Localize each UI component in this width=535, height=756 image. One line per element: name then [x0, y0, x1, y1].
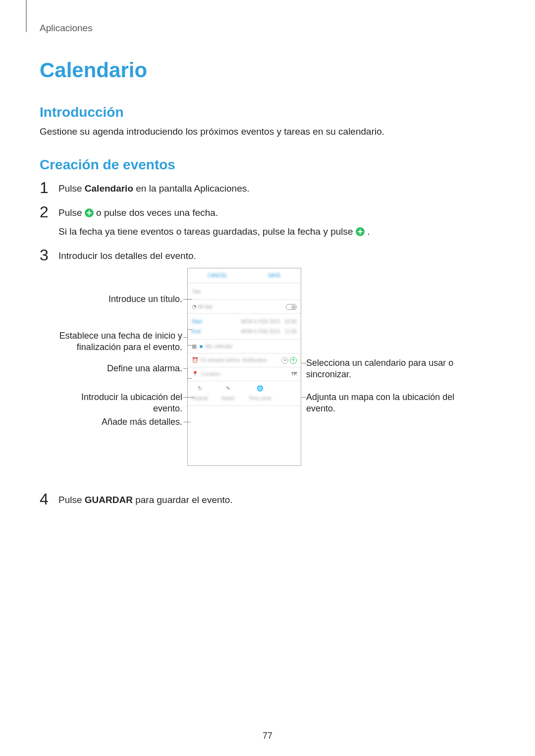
step3-text: Introducir los detalles del evento.	[58, 249, 509, 263]
step2-line1-pre: Pulse	[58, 207, 85, 218]
label-details: Añade más detalles.	[54, 416, 182, 428]
step-number: 2	[40, 204, 56, 220]
step2-line2-post: .	[367, 226, 370, 237]
phone-calendar-row: ▦ My calendar	[188, 340, 301, 353]
save-blur: SAVE	[268, 272, 281, 279]
section-intro-heading: Introducción	[40, 104, 495, 120]
phone-topbar: CANCEL SAVE	[188, 268, 301, 283]
leader-line	[187, 329, 192, 330]
step-2: 2 Pulse o pulse dos veces una fecha. Si …	[40, 206, 495, 239]
breadcrumb: Aplicaciones	[40, 23, 495, 34]
dot-icon	[200, 345, 203, 348]
step4-bold: GUARDAR	[85, 495, 133, 505]
intro-text: Gestione su agenda introduciendo los pró…	[40, 126, 495, 137]
leader-line	[187, 368, 188, 378]
leader-line	[301, 397, 306, 398]
step-number: 1	[40, 180, 56, 196]
minus-icon: −	[281, 357, 288, 364]
step1-bold: Calendario	[85, 183, 133, 194]
leader-line	[183, 422, 191, 422]
leader-line	[183, 368, 187, 369]
phone-mock: CANCEL SAVE Title ◔ All day StartMON 6 F…	[187, 268, 301, 466]
page-number: 77	[0, 731, 535, 741]
label-alarm: Define una alarma.	[54, 363, 182, 374]
map-icon: 🗺	[291, 370, 297, 378]
leader-line	[183, 299, 192, 300]
step2-line1-post: o pulse dos veces una fecha.	[96, 207, 218, 218]
leader-line	[301, 363, 306, 363]
section-create-heading: Creación de eventos	[40, 157, 495, 173]
plus-icon	[85, 208, 94, 217]
step-1: 1 Pulse Calendario en la pantalla Aplica…	[40, 182, 495, 196]
phone-title-row: Title	[188, 283, 301, 300]
label-title-input: Introduce un título.	[54, 294, 182, 305]
title-blur: Title	[192, 289, 201, 295]
step-3: 3 Introducir los detalles del evento. CA…	[40, 249, 495, 484]
step1-suffix: en la pantalla Aplicaciones.	[133, 183, 250, 194]
clock-icon: ◔	[192, 303, 197, 309]
step-number: 3	[40, 247, 56, 263]
step4-suffix: para guardar el evento.	[133, 495, 233, 505]
step-4: 4 Pulse GUARDAR para guardar el evento.	[40, 493, 495, 507]
repeat-icon: ↻	[198, 384, 202, 393]
leader-line	[187, 329, 188, 345]
phone-alarm-row: ⏰ 15 minutes before, Notification − +	[188, 353, 301, 367]
phone-allday-row: ◔ All day	[188, 300, 301, 314]
plus-icon	[356, 227, 365, 236]
header-rule	[26, 0, 27, 32]
note-icon: ✎	[226, 384, 230, 393]
calendar-icon: ▦	[192, 342, 197, 351]
pin-icon: 📍	[192, 370, 199, 378]
label-calendar-select: Selecciona un calendario para usar o sin…	[306, 357, 470, 381]
leader-line	[183, 397, 194, 398]
leader-line	[183, 337, 187, 338]
leader-line	[187, 345, 192, 346]
leader-line	[187, 378, 192, 379]
toggle-icon	[286, 304, 297, 310]
phone-location-row: 📍 Location 🗺	[188, 367, 301, 381]
step2-line2-pre: Si la fecha ya tiene eventos o tareas gu…	[58, 226, 356, 237]
event-diagram: CANCEL SAVE Title ◔ All day StartMON 6 F…	[54, 268, 509, 481]
step-number: 4	[40, 491, 56, 507]
phone-details-row: ↻Repeat ✎Notes 🌐Time zone	[188, 381, 301, 406]
phone-dates-row: StartMON 6 FEB 2015 10:00 EndMON 6 FEB 2…	[188, 314, 301, 340]
label-map: Adjunta un mapa con la ubicación del eve…	[306, 392, 470, 415]
alarm-icon: ⏰	[192, 357, 199, 363]
step4-prefix: Pulse	[58, 495, 85, 505]
cancel-blur: CANCEL	[208, 272, 228, 279]
label-dates: Establece una fecha de inicio y finaliza…	[54, 330, 182, 353]
timezone-icon: 🌐	[257, 384, 264, 393]
page-title: Calendario	[40, 58, 495, 82]
plus-small-icon: +	[290, 357, 297, 364]
step1-prefix: Pulse	[58, 183, 85, 194]
label-location: Introducir la ubicación del evento.	[54, 392, 182, 415]
